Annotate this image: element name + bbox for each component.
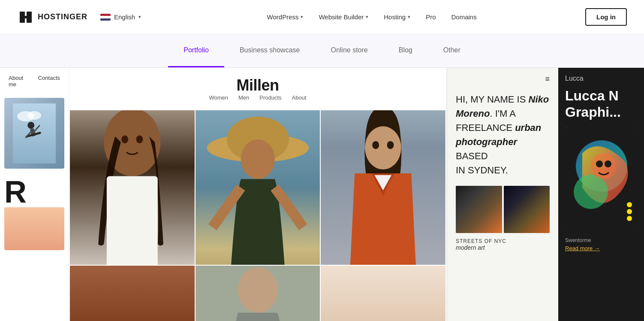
svg-point-30 [627, 209, 632, 214]
svg-point-31 [627, 216, 632, 221]
millen-nav: Women Men Products About [69, 94, 446, 105]
left-bottom-image [4, 207, 64, 250]
bio-text: HI, MY NAME IS NikoMoreno. I'M AFREELANC… [456, 92, 550, 177]
nav-hosting[interactable]: Hosting ▾ [378, 10, 416, 24]
main-content: About me Contacts [0, 68, 644, 321]
svg-point-22 [373, 141, 379, 149]
svg-point-12 [121, 135, 128, 143]
tabs-list: Portfolio Business showcase Online store… [168, 34, 476, 67]
lucca-preview-panel[interactable]: Lucca Lucca NGraphi... [558, 68, 644, 321]
about-me-link[interactable]: About me [9, 75, 30, 88]
tab-business-showcase[interactable]: Business showcase [224, 34, 316, 67]
language-selector[interactable]: English ▾ [100, 13, 141, 21]
millen-nav-men[interactable]: Men [238, 94, 249, 101]
chevron-down-icon: ▾ [138, 14, 141, 20]
lucca-title: Lucca NGraphi... [565, 88, 637, 121]
svg-point-17 [241, 139, 274, 179]
photo-card-4 [70, 266, 195, 321]
svg-rect-11 [107, 176, 158, 265]
bio-photo-grid [456, 186, 550, 233]
tab-portfolio[interactable]: Portfolio [168, 34, 224, 67]
svg-point-13 [136, 135, 143, 143]
photographer-bio-panel: ≡ HI, MY NAME IS NikoMoreno. I'M AFREELA… [447, 68, 558, 321]
left-preview-panel: About me Contacts [0, 68, 69, 321]
left-top-image [4, 98, 64, 169]
header-right: Log in [585, 8, 627, 26]
nav-website-builder[interactable]: Website Builder ▾ [313, 10, 374, 24]
nav-domains[interactable]: Domains [445, 10, 482, 24]
snowboarder-illustration [13, 103, 56, 164]
read-more-link[interactable]: Read more → [565, 245, 637, 251]
swentorme-label: Swentorme [565, 237, 637, 243]
contacts-link[interactable]: Contacts [38, 75, 60, 88]
header: HOSTINGER English ▾ WordPress ▾ Website … [0, 0, 644, 34]
photo-card-1 [70, 110, 195, 265]
svg-point-28 [574, 175, 608, 209]
chevron-down-icon: ▾ [408, 14, 410, 20]
svg-point-34 [605, 160, 611, 167]
streets-subtitle: modern art [456, 244, 550, 251]
language-label: English [114, 13, 135, 21]
tab-other[interactable]: Other [428, 34, 476, 67]
streets-title: STREETS OF NYC [456, 238, 550, 244]
login-button[interactable]: Log in [585, 8, 627, 26]
logo[interactable]: HOSTINGER [17, 9, 87, 25]
millen-header: Millen Women Men Products About [69, 68, 446, 110]
tab-blog[interactable]: Blog [383, 34, 428, 67]
millen-template-preview[interactable]: Millen Women Men Products About [69, 68, 447, 321]
millen-photo-grid [69, 110, 446, 265]
left-nav: About me Contacts [0, 68, 69, 94]
chevron-down-icon: ▾ [366, 14, 368, 20]
lucca-name-label: Lucca [565, 75, 637, 82]
millen-title: Millen [69, 76, 446, 94]
photo-card-2 [196, 110, 320, 265]
nav-pro[interactable]: Pro [420, 10, 442, 24]
nav-wordpress[interactable]: WordPress ▾ [261, 10, 310, 24]
lucca-artwork-image [565, 127, 638, 230]
svg-point-33 [596, 160, 603, 167]
category-tabs: Portfolio Business showcase Online store… [0, 34, 644, 68]
hamburger-menu-icon[interactable]: ≡ [456, 75, 550, 84]
photo-card-6 [321, 266, 445, 321]
flag-icon [100, 14, 111, 21]
millen-nav-about[interactable]: About [292, 94, 307, 101]
chevron-down-icon: ▾ [301, 14, 303, 20]
bio-photo-2 [504, 186, 550, 233]
logo-text: HOSTINGER [38, 12, 87, 21]
millen-bottom-row [69, 265, 446, 321]
left-big-letter: R [0, 172, 69, 207]
svg-point-23 [387, 141, 394, 149]
svg-point-29 [627, 202, 632, 207]
main-nav: WordPress ▾ Website Builder ▾ Hosting ▾ … [158, 10, 585, 24]
svg-point-25 [238, 267, 277, 313]
tab-online-store[interactable]: Online store [315, 34, 383, 67]
millen-nav-women[interactable]: Women [209, 94, 228, 101]
svg-point-21 [365, 126, 401, 169]
svg-point-3 [27, 111, 41, 120]
hostinger-logo-icon [17, 9, 33, 25]
bio-photo-1 [456, 186, 502, 233]
photo-card-3 [321, 110, 445, 265]
photo-card-5 [196, 266, 320, 321]
millen-nav-products[interactable]: Products [259, 94, 281, 101]
